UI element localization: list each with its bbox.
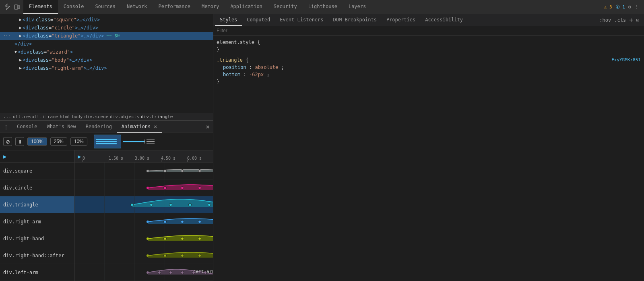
- close-drawer-button[interactable]: ×: [206, 123, 210, 131]
- timeline-row-0[interactable]: path_square: [74, 162, 213, 179]
- tab-performance[interactable]: Performance: [153, 0, 196, 14]
- cls-button[interactable]: .cls: [614, 17, 626, 23]
- info-badge[interactable]: 🛈 1: [615, 4, 625, 10]
- timeline-row-1[interactable]: path_circle: [74, 179, 213, 196]
- filter-input[interactable]: [217, 28, 641, 33]
- element-close-div[interactable]: </div>: [0, 40, 213, 48]
- bottom-tabs: ⋮ Console What's New Rendering Animation…: [0, 121, 213, 133]
- element-square[interactable]: ▶ <div class="square" >…</div>: [0, 16, 213, 24]
- tab-sources[interactable]: Sources: [89, 0, 121, 14]
- preview-box[interactable]: [94, 135, 121, 148]
- settings-icon[interactable]: ⚙: [628, 4, 631, 10]
- style-rule-element: element.style { }: [217, 39, 641, 53]
- label-triangle[interactable]: div.triangle: [0, 196, 74, 213]
- keyframe-dot-6-0: [146, 271, 149, 274]
- label-circle[interactable]: div.circle: [0, 179, 74, 196]
- timeline-play-icon[interactable]: ▶: [78, 153, 81, 160]
- tab-application[interactable]: Application: [225, 0, 268, 14]
- main-layout: ▶ <div class="square" >…</div> ▶ <div cl…: [0, 14, 644, 281]
- element-body[interactable]: ▶ <div class="body" >…</div>: [0, 56, 213, 64]
- stop-button[interactable]: ⊘: [3, 137, 12, 146]
- timeline-row-4[interactable]: right_hand: [74, 230, 213, 247]
- timeline-row-3[interactable]: right arm: [74, 213, 213, 230]
- breadcrumb-triangle[interactable]: div.triangle: [141, 114, 173, 119]
- toggle-sidebar-icon[interactable]: ⊡: [636, 17, 639, 23]
- device-toggle-icon[interactable]: [14, 4, 20, 10]
- animation-timeline[interactable]: ▶ 01.50 s3.00 s4.50 s6.00 s7.50 s9.00 s1…: [74, 150, 213, 281]
- hov-button[interactable]: :hov: [599, 17, 611, 23]
- keyframe-dot-1-0.2: [181, 186, 184, 189]
- breadcrumb-scene[interactable]: div.scene: [84, 114, 108, 119]
- scrubber-line: [147, 139, 155, 140]
- expand-icon: ▶: [19, 16, 22, 23]
- more-icon[interactable]: ⋮: [3, 124, 9, 130]
- tab-animations[interactable]: Animations ×: [117, 121, 162, 133]
- add-style-button[interactable]: +: [629, 16, 633, 24]
- timeline-row-2[interactable]: path_triangle: [74, 196, 213, 213]
- inspect-icon[interactable]: [5, 4, 11, 10]
- tab-styles[interactable]: Styles: [215, 14, 242, 26]
- style-prop-position: position : absolute ;: [217, 64, 641, 71]
- speed-25-button[interactable]: 25%: [50, 137, 67, 146]
- tab-rendering[interactable]: Rendering: [81, 121, 117, 133]
- timeline-tick-1: 1.50 s: [109, 150, 123, 162]
- style-rule-triangle: .triangle { ExyYRMK:851 position : absol…: [217, 56, 641, 85]
- tab-properties[interactable]: Properties: [382, 14, 420, 26]
- tab-elements[interactable]: Elements: [23, 0, 58, 14]
- warning-badge[interactable]: ⚠ 3: [604, 4, 612, 10]
- tab-lighthouse[interactable]: Lighthouse: [303, 0, 343, 14]
- tab-memory[interactable]: Memory: [196, 0, 225, 14]
- play-button[interactable]: ▶: [3, 153, 6, 160]
- animations-panel: ▶ div.square div.circle div.triangle div…: [0, 150, 213, 281]
- style-rule-selector-row: .triangle { ExyYRMK:851: [217, 56, 641, 64]
- breadcrumb-html[interactable]: html: [60, 114, 70, 119]
- top-nav-bar: Elements Console Sources Network Perform…: [0, 0, 644, 14]
- label-right-hand-after[interactable]: div.right-hand::after: [0, 247, 74, 264]
- label-left-arm[interactable]: div.left-arm: [0, 264, 74, 281]
- tab-accessibility[interactable]: Accessibility: [420, 14, 468, 26]
- tab-event-listeners[interactable]: Event Listeners: [275, 14, 328, 26]
- element-triangle[interactable]: ··· ▶ <div class="triangle" >…</div> == …: [0, 32, 213, 40]
- tab-computed[interactable]: Computed: [242, 14, 275, 26]
- label-right-hand[interactable]: div.right-hand: [0, 230, 74, 247]
- breadcrumb-iframe[interactable]: ult.result-iframe: [13, 114, 58, 119]
- timeline-tick-0: 0: [83, 150, 85, 162]
- close-tab-icon[interactable]: ×: [154, 123, 157, 130]
- tab-layers[interactable]: Layers: [343, 0, 372, 14]
- timeline-header: ▶ 01.50 s3.00 s4.50 s6.00 s7.50 s9.00 s1…: [74, 150, 213, 162]
- breadcrumb-body[interactable]: body: [72, 114, 83, 119]
- scrubber-button[interactable]: [147, 139, 155, 144]
- more-icon[interactable]: ⋮: [634, 4, 639, 10]
- expand-icon: ▶: [19, 24, 22, 31]
- scrubber-line: [147, 141, 155, 142]
- main-tabs: Elements Console Sources Network Perform…: [23, 0, 372, 14]
- pause-button[interactable]: ⏸: [15, 137, 24, 146]
- tab-security[interactable]: Security: [268, 0, 303, 14]
- keyframe-dot-1-0: [146, 186, 149, 189]
- style-source-link[interactable]: ExyYRMK:851: [611, 56, 641, 64]
- keyframe-dot-6-0.5: [204, 271, 207, 274]
- label-right-arm[interactable]: div.right-arm: [0, 213, 74, 230]
- timeline-row-5[interactable]: right_finger: [74, 247, 213, 264]
- breadcrumb-dots[interactable]: ...: [3, 114, 11, 119]
- keyframe-dot-0-0.3: [198, 169, 201, 173]
- element-right-arm[interactable]: ▶ <div class="right-arm" >…</div>: [0, 64, 213, 72]
- tab-console[interactable]: Console: [58, 0, 90, 14]
- tab-console[interactable]: Console: [12, 121, 42, 133]
- speed-100-button[interactable]: 100%: [27, 137, 47, 146]
- expand-icon: ▶: [19, 56, 22, 64]
- speed-10-button[interactable]: 10%: [70, 137, 87, 146]
- tab-whats-new[interactable]: What's New: [42, 121, 81, 133]
- timeline-row-6[interactable]: left_arm: [74, 264, 213, 281]
- element-wizard[interactable]: ▼ <div class="wizard" >: [0, 48, 213, 56]
- tab-network[interactable]: Network: [121, 0, 153, 14]
- timeline-tick-3: 4.50 s: [161, 150, 175, 162]
- element-circle[interactable]: ▶ <div class="circle" >…</div>: [0, 24, 213, 32]
- animation-preview: [94, 135, 155, 148]
- keyframe-dot-3-0.2: [181, 220, 184, 223]
- keyframe-dot-6-0.1: [158, 271, 161, 274]
- breadcrumb-objects[interactable]: div.objects: [110, 114, 139, 119]
- keyframe-dot-1-0.3: [198, 186, 201, 189]
- label-square[interactable]: div.square: [0, 162, 74, 179]
- tab-dom-breakpoints[interactable]: DOM Breakpoints: [328, 14, 382, 26]
